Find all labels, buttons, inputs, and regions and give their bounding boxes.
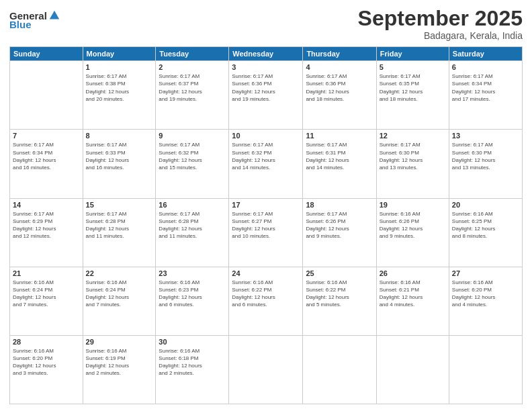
- calendar-cell: [10, 61, 83, 130]
- week-row-5: 28Sunrise: 6:16 AM Sunset: 6:20 PM Dayli…: [10, 335, 523, 404]
- calendar-cell: 4Sunrise: 6:17 AM Sunset: 6:36 PM Daylig…: [303, 61, 376, 130]
- col-wednesday: Wednesday: [229, 47, 303, 61]
- calendar-header-row: Sunday Monday Tuesday Wednesday Thursday…: [10, 47, 523, 61]
- calendar-cell: 20Sunrise: 6:16 AM Sunset: 6:25 PM Dayli…: [449, 198, 522, 267]
- col-friday: Friday: [376, 47, 449, 61]
- day-info: Sunrise: 6:16 AM Sunset: 6:19 PM Dayligh…: [86, 347, 153, 377]
- day-info: Sunrise: 6:17 AM Sunset: 6:36 PM Dayligh…: [232, 73, 300, 103]
- svg-marker-0: [50, 11, 59, 19]
- calendar-cell: 13Sunrise: 6:17 AM Sunset: 6:30 PM Dayli…: [449, 130, 522, 198]
- col-tuesday: Tuesday: [156, 47, 229, 61]
- day-number: 17: [232, 201, 300, 209]
- day-info: Sunrise: 6:17 AM Sunset: 6:26 PM Dayligh…: [306, 210, 373, 240]
- calendar-cell: 28Sunrise: 6:16 AM Sunset: 6:20 PM Dayli…: [10, 335, 83, 404]
- calendar-cell: [303, 335, 376, 404]
- day-number: 4: [306, 63, 373, 71]
- day-number: 18: [306, 201, 373, 209]
- calendar-cell: [376, 335, 449, 404]
- col-saturday: Saturday: [449, 47, 522, 61]
- day-number: 5: [380, 63, 446, 71]
- day-info: Sunrise: 6:17 AM Sunset: 6:37 PM Dayligh…: [159, 73, 226, 103]
- day-number: 12: [380, 132, 446, 140]
- day-number: 10: [232, 132, 300, 140]
- day-number: 9: [159, 132, 226, 140]
- calendar-cell: 29Sunrise: 6:16 AM Sunset: 6:19 PM Dayli…: [83, 335, 156, 404]
- day-info: Sunrise: 6:17 AM Sunset: 6:36 PM Dayligh…: [306, 73, 373, 103]
- month-title: September 2025: [358, 7, 523, 30]
- day-info: Sunrise: 6:17 AM Sunset: 6:31 PM Dayligh…: [306, 141, 373, 171]
- calendar-cell: 16Sunrise: 6:17 AM Sunset: 6:28 PM Dayli…: [156, 198, 229, 267]
- calendar-cell: 23Sunrise: 6:16 AM Sunset: 6:23 PM Dayli…: [156, 267, 229, 335]
- day-info: Sunrise: 6:17 AM Sunset: 6:32 PM Dayligh…: [232, 141, 300, 171]
- calendar-cell: 9Sunrise: 6:17 AM Sunset: 6:32 PM Daylig…: [156, 130, 229, 198]
- day-info: Sunrise: 6:17 AM Sunset: 6:34 PM Dayligh…: [13, 141, 80, 171]
- day-info: Sunrise: 6:16 AM Sunset: 6:24 PM Dayligh…: [13, 279, 80, 309]
- day-info: Sunrise: 6:17 AM Sunset: 6:30 PM Dayligh…: [380, 141, 446, 171]
- week-row-1: 1Sunrise: 6:17 AM Sunset: 6:38 PM Daylig…: [10, 61, 523, 130]
- calendar-cell: [229, 335, 303, 404]
- col-sunday: Sunday: [10, 47, 83, 61]
- day-number: 14: [13, 201, 80, 209]
- day-number: 29: [86, 338, 153, 346]
- calendar-cell: 7Sunrise: 6:17 AM Sunset: 6:34 PM Daylig…: [10, 130, 83, 198]
- day-number: 16: [159, 201, 226, 209]
- day-number: 11: [306, 132, 373, 140]
- day-info: Sunrise: 6:16 AM Sunset: 6:24 PM Dayligh…: [86, 279, 153, 309]
- header: General Blue September 2025 Badagara, Ke…: [9, 7, 523, 41]
- calendar-cell: 3Sunrise: 6:17 AM Sunset: 6:36 PM Daylig…: [229, 61, 303, 130]
- day-info: Sunrise: 6:17 AM Sunset: 6:29 PM Dayligh…: [13, 210, 80, 240]
- day-number: 27: [452, 269, 519, 277]
- day-number: 1: [86, 63, 153, 71]
- calendar-cell: 24Sunrise: 6:16 AM Sunset: 6:22 PM Dayli…: [229, 267, 303, 335]
- day-number: 24: [232, 269, 300, 277]
- day-info: Sunrise: 6:17 AM Sunset: 6:32 PM Dayligh…: [159, 141, 226, 171]
- location: Badagara, Kerala, India: [358, 30, 523, 41]
- day-number: 2: [159, 63, 226, 71]
- week-row-2: 7Sunrise: 6:17 AM Sunset: 6:34 PM Daylig…: [10, 130, 523, 198]
- day-info: Sunrise: 6:17 AM Sunset: 6:28 PM Dayligh…: [159, 210, 226, 240]
- day-info: Sunrise: 6:17 AM Sunset: 6:38 PM Dayligh…: [86, 73, 153, 103]
- calendar-cell: 8Sunrise: 6:17 AM Sunset: 6:33 PM Daylig…: [83, 130, 156, 198]
- col-monday: Monday: [83, 47, 156, 61]
- day-number: 22: [86, 269, 153, 277]
- calendar-cell: 2Sunrise: 6:17 AM Sunset: 6:37 PM Daylig…: [156, 61, 229, 130]
- day-info: Sunrise: 6:16 AM Sunset: 6:26 PM Dayligh…: [380, 210, 446, 240]
- day-number: 20: [452, 201, 519, 209]
- day-info: Sunrise: 6:16 AM Sunset: 6:21 PM Dayligh…: [380, 279, 446, 309]
- day-number: 21: [13, 269, 80, 277]
- day-number: 15: [86, 201, 153, 209]
- logo-blue: Blue: [9, 19, 32, 30]
- day-number: 23: [159, 269, 226, 277]
- week-row-3: 14Sunrise: 6:17 AM Sunset: 6:29 PM Dayli…: [10, 198, 523, 267]
- calendar-cell: 30Sunrise: 6:16 AM Sunset: 6:18 PM Dayli…: [156, 335, 229, 404]
- calendar-cell: 10Sunrise: 6:17 AM Sunset: 6:32 PM Dayli…: [229, 130, 303, 198]
- calendar-cell: 21Sunrise: 6:16 AM Sunset: 6:24 PM Dayli…: [10, 267, 83, 335]
- calendar-cell: 15Sunrise: 6:17 AM Sunset: 6:28 PM Dayli…: [83, 198, 156, 267]
- logo: General Blue: [9, 9, 60, 30]
- day-number: 13: [452, 132, 519, 140]
- logo-icon: [48, 9, 60, 21]
- day-number: 3: [232, 63, 300, 71]
- calendar-cell: 12Sunrise: 6:17 AM Sunset: 6:30 PM Dayli…: [376, 130, 449, 198]
- day-number: 19: [380, 201, 446, 209]
- day-info: Sunrise: 6:16 AM Sunset: 6:22 PM Dayligh…: [306, 279, 373, 309]
- day-number: 28: [13, 338, 80, 346]
- day-info: Sunrise: 6:16 AM Sunset: 6:25 PM Dayligh…: [452, 210, 519, 240]
- calendar-cell: 6Sunrise: 6:17 AM Sunset: 6:34 PM Daylig…: [449, 61, 522, 130]
- day-number: 6: [452, 63, 519, 71]
- day-info: Sunrise: 6:17 AM Sunset: 6:28 PM Dayligh…: [86, 210, 153, 240]
- day-info: Sunrise: 6:17 AM Sunset: 6:27 PM Dayligh…: [232, 210, 300, 240]
- day-info: Sunrise: 6:17 AM Sunset: 6:34 PM Dayligh…: [452, 73, 519, 103]
- calendar-cell: 27Sunrise: 6:16 AM Sunset: 6:20 PM Dayli…: [449, 267, 522, 335]
- day-number: 26: [380, 269, 446, 277]
- calendar-cell: [449, 335, 522, 404]
- calendar-cell: 17Sunrise: 6:17 AM Sunset: 6:27 PM Dayli…: [229, 198, 303, 267]
- day-number: 30: [159, 338, 226, 346]
- calendar-cell: 18Sunrise: 6:17 AM Sunset: 6:26 PM Dayli…: [303, 198, 376, 267]
- calendar-cell: 25Sunrise: 6:16 AM Sunset: 6:22 PM Dayli…: [303, 267, 376, 335]
- day-info: Sunrise: 6:17 AM Sunset: 6:33 PM Dayligh…: [86, 141, 153, 171]
- calendar-cell: 11Sunrise: 6:17 AM Sunset: 6:31 PM Dayli…: [303, 130, 376, 198]
- calendar-cell: 19Sunrise: 6:16 AM Sunset: 6:26 PM Dayli…: [376, 198, 449, 267]
- day-info: Sunrise: 6:16 AM Sunset: 6:23 PM Dayligh…: [159, 279, 226, 309]
- day-number: 8: [86, 132, 153, 140]
